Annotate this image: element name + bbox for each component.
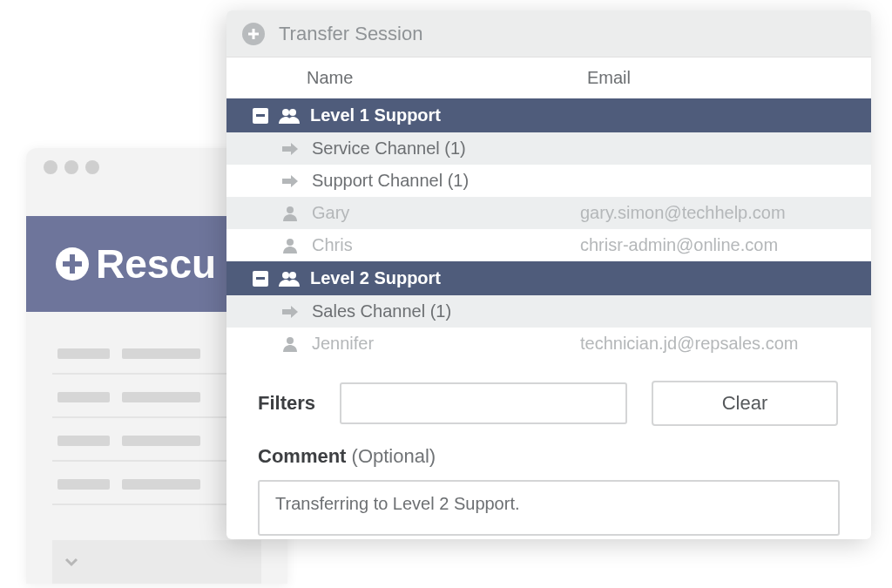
person-row[interactable]: Chris chrisr-admin@online.com <box>226 229 871 261</box>
person-icon <box>280 238 300 253</box>
column-email-header: Email <box>587 68 871 88</box>
row-label: Gary <box>312 203 568 223</box>
row-email: chrisr-admin@online.com <box>580 235 845 255</box>
svg-point-11 <box>287 337 294 344</box>
collapse-icon[interactable] <box>253 108 268 124</box>
row-email: gary.simon@techhelp.com <box>580 203 845 223</box>
row-email: technician.jd@repsales.com <box>580 334 845 354</box>
filters-label: Filters <box>258 392 315 415</box>
svg-rect-2 <box>63 261 82 267</box>
collapse-icon[interactable] <box>253 271 268 287</box>
brand-text: Rescu <box>96 240 216 287</box>
svg-point-9 <box>282 272 289 279</box>
svg-point-5 <box>282 109 289 116</box>
arrow-right-icon <box>280 142 300 156</box>
dropdown-placeholder <box>52 540 261 584</box>
panel-header: Transfer Session <box>226 10 871 57</box>
tree-list: Level 1 Support Service Channel (1) Supp… <box>226 98 871 360</box>
arrow-right-icon <box>280 305 300 319</box>
person-icon <box>280 336 300 352</box>
svg-rect-4 <box>248 32 259 35</box>
window-dot <box>44 160 57 174</box>
plus-circle-icon <box>56 247 89 280</box>
transfer-session-panel: Transfer Session Name Email Level 1 Supp… <box>226 10 871 539</box>
row-label: Service Channel (1) <box>312 139 568 159</box>
row-label: Jennifer <box>312 334 568 354</box>
person-icon <box>280 206 300 221</box>
group-row[interactable]: Level 2 Support <box>226 261 871 295</box>
channel-row[interactable]: Sales Channel (1) <box>226 295 871 328</box>
chevron-down-icon <box>63 553 80 571</box>
window-controls <box>44 160 99 174</box>
panel-title: Transfer Session <box>279 23 422 45</box>
row-label: Sales Channel (1) <box>312 301 568 321</box>
row-label: Support Channel (1) <box>312 171 568 191</box>
window-dot <box>64 160 78 174</box>
svg-point-10 <box>289 272 296 279</box>
svg-point-8 <box>287 239 294 246</box>
window-dot <box>85 160 99 174</box>
people-icon <box>279 271 300 287</box>
column-headers: Name Email <box>226 57 871 98</box>
column-name-header: Name <box>307 68 587 88</box>
person-row[interactable]: Gary gary.simon@techhelp.com <box>226 197 871 229</box>
comment-input[interactable] <box>258 480 840 536</box>
comment-section: Comment (Optional) <box>226 435 871 539</box>
filters-input[interactable] <box>340 382 627 424</box>
svg-point-7 <box>287 206 294 213</box>
row-label: Chris <box>312 235 568 255</box>
arrow-right-icon <box>280 174 300 188</box>
group-row[interactable]: Level 1 Support <box>226 98 871 132</box>
comment-label: Comment (Optional) <box>258 445 840 468</box>
group-label: Level 1 Support <box>310 105 441 125</box>
plus-circle-icon <box>242 23 265 45</box>
svg-point-6 <box>289 109 296 116</box>
group-label: Level 2 Support <box>310 268 441 288</box>
channel-row[interactable]: Support Channel (1) <box>226 165 871 197</box>
clear-button[interactable]: Clear <box>652 381 838 426</box>
filter-section: Filters Clear <box>226 360 871 435</box>
person-row[interactable]: Jennifer technician.jd@repsales.com <box>226 328 871 360</box>
people-icon <box>279 108 300 124</box>
channel-row[interactable]: Service Channel (1) <box>226 132 871 165</box>
